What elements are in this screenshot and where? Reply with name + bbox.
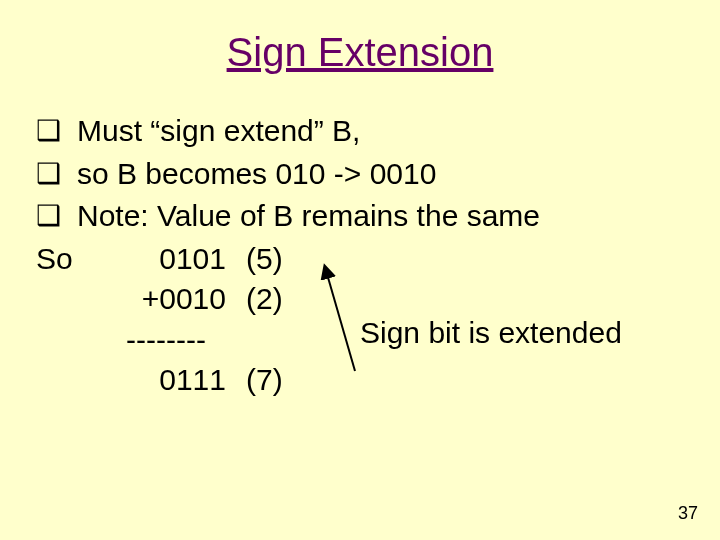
so-label: So [36, 239, 106, 280]
example-row: So 0101 (5) [36, 239, 690, 280]
decimal-value: (5) [226, 239, 296, 280]
binary-value: 0111 [106, 360, 226, 401]
rule-line: -------- [106, 320, 226, 361]
bullet-item: ❑ Note: Value of B remains the same [36, 196, 690, 237]
bullet-text: so B becomes 010 -> 0010 [77, 154, 436, 195]
decimal-value: (2) [226, 279, 296, 320]
checkbox-bullet-icon: ❑ [36, 154, 61, 193]
slide-content: ❑ Must “sign extend” B, ❑ so B becomes 0… [0, 111, 720, 401]
checkbox-bullet-icon: ❑ [36, 196, 61, 235]
bullet-item: ❑ Must “sign extend” B, [36, 111, 690, 152]
bullet-item: ❑ so B becomes 010 -> 0010 [36, 154, 690, 195]
page-number: 37 [678, 503, 698, 524]
bullet-text: Note: Value of B remains the same [77, 196, 540, 237]
slide-title: Sign Extension [0, 0, 720, 111]
annotation-label: Sign bit is extended [360, 313, 622, 354]
bullet-text: Must “sign extend” B, [77, 111, 360, 152]
decimal-value: (7) [226, 360, 296, 401]
example-row: 0111 (7) [36, 360, 690, 401]
binary-value: 0101 [106, 239, 226, 280]
checkbox-bullet-icon: ❑ [36, 111, 61, 150]
binary-value: +0010 [106, 279, 226, 320]
